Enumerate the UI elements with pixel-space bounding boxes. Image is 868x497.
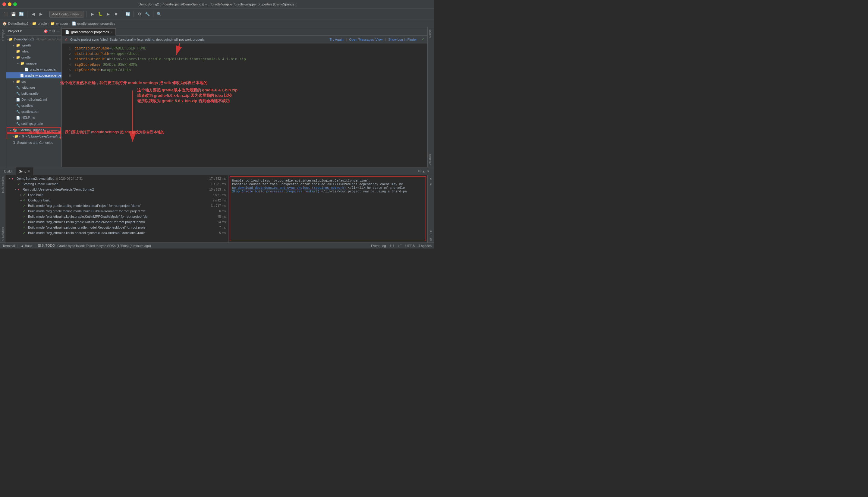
tab-close-icon[interactable]: × <box>111 30 113 34</box>
tree-item-gitignore[interactable]: 🔧 .gitignore <box>6 84 61 90</box>
tab-icon: 📄 <box>65 30 69 34</box>
tree-item-build-gradle[interactable]: 🔧 build.gradle <box>6 90 61 97</box>
build-item-4[interactable]: ▸ ✓ Configure build 2 s 42 ms <box>5 198 228 203</box>
todo-tab[interactable]: ☰ 6: TODO <box>38 244 55 247</box>
wrap-icon[interactable]: ≡ <box>430 229 431 232</box>
lf-indicator[interactable]: LF <box>398 244 402 247</box>
save-icon[interactable]: 💾 <box>10 11 17 17</box>
filter-icon[interactable]: ☰ <box>429 233 432 237</box>
open-messages-link[interactable]: Open 'Messages' View <box>349 38 382 41</box>
sync-tab-close[interactable]: × <box>28 170 30 173</box>
tree-item-gradle-hidden[interactable]: ▸ 📁 .gradle <box>6 42 61 48</box>
terminal-tab[interactable]: Terminal <box>2 244 15 247</box>
gradle-refresh-icon[interactable]: 🔄 <box>124 11 131 17</box>
show-log-link[interactable]: Show Log in Finder <box>388 38 417 41</box>
tree-item-idea[interactable]: 📁 .idea <box>6 48 61 54</box>
window-controls[interactable] <box>2 2 17 6</box>
minimize-button[interactable] <box>8 2 12 6</box>
maximize-button[interactable] <box>13 2 17 6</box>
scroll-down-icon[interactable]: ▼ <box>426 170 430 173</box>
run-icon[interactable]: ▶ <box>89 11 96 17</box>
build-item-3[interactable]: ▸ ✓ Load build 3 s 61 ms <box>5 192 228 198</box>
scroll-up-icon[interactable]: ▲ <box>422 170 425 173</box>
scroll-up-btn[interactable]: ▲ <box>428 175 434 181</box>
build-item-1[interactable]: ✓ Starting Gradle Daemon 1 s 331 ms <box>5 181 228 187</box>
maven-tool-label[interactable]: Maven <box>428 27 434 40</box>
stop-gradle-link[interactable]: Stop Gradle build processes (requires re… <box>232 190 320 193</box>
tools-icon[interactable]: 🔧 <box>144 11 151 17</box>
structure-label[interactable]: 4: Structure <box>1 226 5 242</box>
build-item-2[interactable]: ▾ ● Run build /Users/yan/IdeaProjects/De… <box>5 187 228 192</box>
build-list: ▾ ● DemoSpring2: sync failed at 2020-06-… <box>5 175 229 242</box>
indent-indicator[interactable]: 4 spaces <box>418 244 431 247</box>
stop-icon[interactable]: ⏹ <box>113 11 119 17</box>
check-icon-5: ✓ <box>23 204 27 208</box>
debug-icon[interactable]: 🐛 <box>97 11 104 17</box>
position-indicator[interactable]: 1:1 <box>390 244 394 247</box>
build-item-9[interactable]: ✓ Build model 'org.jetbrains.plugins.gra… <box>5 225 228 230</box>
sync-banner-text: Gradle project sync failed. Basic functi… <box>70 38 327 41</box>
settings-icon-panel[interactable]: ⚙ <box>52 29 55 33</box>
tab-label: gradle-wrapper.properties <box>71 30 109 34</box>
tree-item-wrapper-jar[interactable]: 📄 gradle-wrapper.jar <box>6 66 61 72</box>
collapse-icon[interactable]: ≡ <box>49 29 51 33</box>
tree-item-jdk[interactable]: ▸ 📁 < 9 > /Library/Java/JavaVirtualMachi… <box>6 133 61 139</box>
breadcrumb-item-1[interactable]: gradle <box>38 22 47 25</box>
editor-tab-properties[interactable]: 📄 gradle-wrapper.properties × <box>62 28 116 36</box>
search-everywhere-icon[interactable]: 🔍 <box>156 11 162 17</box>
ant-tool-label[interactable]: Ant Build <box>428 152 434 167</box>
try-again-link[interactable]: Try Again <box>329 38 343 41</box>
encoding-indicator[interactable]: UTF-8 <box>406 244 415 247</box>
close-button[interactable] <box>2 2 6 6</box>
breadcrumb-item-3[interactable]: gradle-wrapper.properties <box>77 22 115 25</box>
status-bar-right: Event Log 1:1 LF UTF-8 4 spaces <box>371 244 431 247</box>
tree-item-demosprig2[interactable]: ▾ 📁 DemoSpring2 ~/IdeaProjects/DemoSprin… <box>6 36 61 42</box>
build-item-7[interactable]: ✓ Build model 'org.jetbrains.kotlin.grad… <box>5 214 228 219</box>
fail-icon-2: ● <box>17 188 22 191</box>
breadcrumb-item-0[interactable]: DemoSpring2 <box>8 22 28 25</box>
panel-header-icons[interactable]: 🎯 ≡ ⚙ — <box>44 29 60 33</box>
tree-item-gradle[interactable]: ▾ 📁 gradle <box>6 54 61 60</box>
code-line-2: 2 distributionPath=wrapper/dists <box>62 51 427 57</box>
minimize-panel-icon[interactable]: — <box>56 29 60 33</box>
code-line-4: 4 zipStoreBase=GRADLE_USER_HOME <box>62 62 427 68</box>
project-panel: Project ▾ 🎯 ≡ ⚙ — ▾ 📁 DemoSpring2 ~/Idea… <box>6 27 62 167</box>
build-variants-label[interactable]: Build Variants <box>1 175 5 194</box>
scroll-down-btn[interactable]: ▼ <box>428 181 434 187</box>
run-with-coverage-icon[interactable]: ▶ <box>105 11 112 17</box>
sync-tab[interactable]: Sync × <box>16 167 33 175</box>
settings-icon[interactable]: ⚙ <box>136 11 143 17</box>
forward-icon[interactable]: ▶ <box>38 11 44 17</box>
build-tab-status[interactable]: ▲ Build <box>20 244 32 247</box>
tree-item-src[interactable]: ▸ 📁 src <box>6 79 61 84</box>
breadcrumb-item-2[interactable]: wrapper <box>56 22 68 25</box>
build-item-10[interactable]: ✓ Build model 'org.jetbrains.kotlin.andr… <box>5 230 228 236</box>
sep6 <box>153 11 153 17</box>
build-item-5[interactable]: ✓ Build model 'org.gradle.tooling.model.… <box>5 203 228 208</box>
build-item-6[interactable]: ✓ Build model 'org.gradle.tooling.model.… <box>5 208 228 214</box>
redownload-link[interactable]: Re-download dependencies and sync projec… <box>232 186 346 190</box>
check-icon-10: ✓ <box>23 231 27 235</box>
project-tool-label[interactable]: 1: Project <box>1 28 5 42</box>
sync-icon[interactable]: 🔄 <box>18 11 25 17</box>
project-icon[interactable]: ⬛ <box>2 11 9 17</box>
trash-icon[interactable]: 🗑 <box>429 238 432 241</box>
locate-icon[interactable]: 🎯 <box>44 29 48 33</box>
build-item-8[interactable]: ✓ Build model 'org.jetbrains.kotlin.grad… <box>5 219 228 225</box>
tree-item-wrapper-properties[interactable]: 📄 gradle-wrapper.properties <box>6 72 61 79</box>
event-log-link[interactable]: Event Log <box>371 244 386 247</box>
build-item-0[interactable]: ▾ ● DemoSpring2: sync failed at 2020-06-… <box>5 176 228 181</box>
bottom-settings-icon[interactable]: ⚙ <box>418 169 421 173</box>
tree-item-iml[interactable]: 📄 DemoSpring2.iml <box>6 97 61 102</box>
add-configuration-button[interactable]: Add Configuration... <box>49 11 84 17</box>
code-area[interactable]: 1 distributionBase=GRADLE_USER_HOME 2 di… <box>62 43 427 167</box>
back-icon[interactable]: ◀ <box>30 11 36 17</box>
tree-item-scratches[interactable]: 🗒 Scratches and Consoles <box>6 140 61 146</box>
tree-item-settings-gradle[interactable]: 🔧 settings.gradle <box>6 120 61 127</box>
tree-item-wrapper[interactable]: ▾ 📁 wrapper <box>6 60 61 66</box>
tree-item-help[interactable]: 📄 HELP.md <box>6 115 61 120</box>
tree-item-gradlew-bat[interactable]: 🔧 gradlew.bat <box>6 109 61 115</box>
tree-item-gradlew[interactable]: 🔧 gradlew <box>6 102 61 109</box>
right-sidebar: Maven Ant Build <box>427 27 434 167</box>
tree-item-external-libs[interactable]: ▸ 📚 External Libraries <box>6 127 61 133</box>
